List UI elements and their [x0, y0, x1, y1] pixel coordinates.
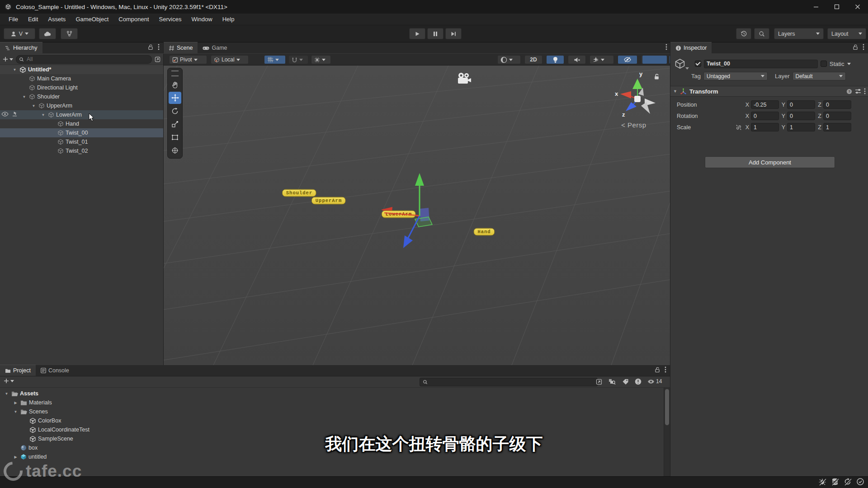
bone-label-hand[interactable]: Hand: [473, 228, 495, 236]
scale-tool[interactable]: [169, 118, 181, 130]
kebab-menu-icon[interactable]: [665, 44, 667, 50]
search-everywhere-button[interactable]: [754, 28, 769, 39]
hierarchy-search-input[interactable]: [26, 56, 149, 63]
hierarchy-item-lowerarm[interactable]: ▼LowerArm: [0, 110, 163, 119]
cache-status-icon[interactable]: [831, 478, 839, 486]
close-icon[interactable]: [847, 0, 868, 14]
hierarchy-item-shoulder[interactable]: ▼Shoulder: [0, 92, 163, 101]
search-by-label-icon[interactable]: [622, 379, 629, 385]
gizmos-dropdown[interactable]: [642, 55, 667, 64]
axis-letter[interactable]: Y: [779, 124, 785, 131]
presets-icon[interactable]: [855, 89, 861, 94]
axis-letter[interactable]: X: [743, 124, 749, 131]
axis-letter[interactable]: Y: [779, 102, 785, 108]
active-checkbox[interactable]: [695, 61, 701, 67]
unlock-icon[interactable]: [655, 367, 660, 373]
maximize-icon[interactable]: [826, 0, 847, 14]
hierarchy-search-box[interactable]: [16, 55, 152, 64]
project-item-scenes[interactable]: ▼Scenes: [0, 407, 660, 416]
transform-rotation-y-field[interactable]: [787, 112, 815, 120]
hierarchy-item-twist-00[interactable]: Twist_00: [0, 128, 163, 137]
transform-rotation-z-field[interactable]: [823, 112, 851, 120]
scene-viewport[interactable]: [164, 66, 670, 365]
help-icon[interactable]: ?: [846, 89, 852, 94]
rotate-tool[interactable]: [169, 105, 181, 117]
gameobject-name-field[interactable]: [704, 60, 818, 68]
pick-window-icon[interactable]: [155, 56, 160, 62]
scene-audio-toggle[interactable]: [568, 55, 586, 64]
pause-button[interactable]: [427, 28, 443, 39]
kebab-menu-icon[interactable]: [864, 88, 866, 94]
hierarchy-create-button[interactable]: [3, 56, 13, 62]
bone-label-shoulder[interactable]: Shoulder: [282, 189, 316, 197]
tab-scene[interactable]: Scene: [164, 42, 198, 53]
progress-status-icon[interactable]: [856, 478, 864, 486]
kebab-menu-icon[interactable]: [665, 366, 666, 373]
minimize-icon[interactable]: [806, 0, 826, 14]
add-component-button[interactable]: Add Component: [705, 156, 835, 168]
foldout-arrow-icon[interactable]: ▼: [13, 410, 19, 414]
draw-mode-dropdown[interactable]: [497, 55, 521, 64]
scene-camera-gizmo-icon[interactable]: [456, 72, 472, 85]
menu-file[interactable]: File: [4, 14, 23, 24]
menu-window[interactable]: Window: [186, 14, 217, 24]
project-create-button[interactable]: [4, 378, 14, 384]
axis-letter[interactable]: Z: [815, 124, 821, 131]
axis-letter[interactable]: X: [743, 102, 749, 108]
transform-gizmo[interactable]: [164, 66, 670, 365]
axis-letter[interactable]: Z: [815, 113, 821, 119]
menu-edit[interactable]: Edit: [23, 14, 43, 24]
hierarchy-item-twist-01[interactable]: Twist_01: [0, 137, 163, 146]
project-scrollbar-thumb[interactable]: [665, 389, 669, 425]
kebab-menu-icon[interactable]: [863, 44, 864, 50]
tab-game[interactable]: Game: [198, 42, 232, 53]
axis-letter[interactable]: X: [743, 113, 749, 119]
toggle-2d-button[interactable]: 2D: [524, 55, 542, 64]
chevron-down-icon[interactable]: [847, 63, 851, 65]
transform-scale-x-field[interactable]: [751, 123, 779, 131]
snap-dropdown[interactable]: [288, 55, 308, 64]
axis-letter[interactable]: Z: [815, 102, 821, 108]
pickability-icon[interactable]: [12, 111, 18, 117]
foldout-arrow-icon[interactable]: ▼: [40, 113, 46, 117]
gizmo-lock-icon[interactable]: [654, 74, 660, 80]
bone-label-lowerarm[interactable]: LowerArm: [382, 211, 416, 218]
transform-scale-z-field[interactable]: [823, 123, 851, 131]
undo-history-button[interactable]: [736, 28, 751, 39]
grid-visibility-dropdown[interactable]: Y: [264, 55, 286, 64]
menu-help[interactable]: Help: [217, 14, 240, 24]
refresh-status-icon[interactable]: [844, 478, 852, 486]
tab-console[interactable]: Console: [36, 365, 74, 376]
pivot-dropdown[interactable]: Pivot: [169, 55, 207, 64]
foldout-arrow-icon[interactable]: ▼: [4, 392, 9, 396]
hierarchy-item-twist-02[interactable]: Twist_02: [0, 146, 163, 155]
account-button[interactable]: V: [4, 28, 35, 39]
foldout-arrow-icon[interactable]: ▶: [13, 455, 19, 459]
search-by-type-icon[interactable]: [609, 378, 616, 385]
step-button[interactable]: [445, 28, 462, 39]
tab-inspector[interactable]: Inspector: [670, 42, 712, 53]
foldout-arrow-icon[interactable]: ▼: [673, 89, 677, 94]
rect-tool[interactable]: [169, 131, 181, 143]
persp-label[interactable]: < Persp: [621, 121, 646, 129]
transform-component-header[interactable]: ▼ Transform ?: [670, 86, 868, 97]
hierarchy-item-hand[interactable]: Hand: [0, 119, 163, 128]
project-item-assets[interactable]: ▼Assets: [0, 389, 660, 398]
project-search-input[interactable]: [429, 379, 594, 386]
view-hand-tool[interactable]: [169, 79, 181, 91]
foldout-arrow-icon[interactable]: ▶: [13, 401, 19, 405]
hidden-objects-toggle[interactable]: [618, 55, 637, 64]
tab-project[interactable]: Project: [0, 365, 36, 376]
hierarchy-item-main-camera[interactable]: Main Camera: [0, 74, 163, 83]
bone-label-upperarm[interactable]: UpperArm: [311, 197, 346, 205]
project-item-materials[interactable]: ▶Materials: [0, 398, 660, 407]
tab-hierarchy[interactable]: Hierarchy: [0, 42, 42, 53]
scale-link-icon[interactable]: [735, 124, 743, 131]
static-checkbox[interactable]: [821, 61, 827, 67]
transform-rotation-x-field[interactable]: [751, 112, 779, 120]
debugger-status-icon[interactable]: [818, 478, 826, 486]
scene-lighting-toggle[interactable]: [546, 55, 564, 64]
menu-gameobject[interactable]: GameObject: [71, 14, 113, 24]
menu-assets[interactable]: Assets: [43, 14, 71, 24]
visibility-count[interactable]: 14: [647, 378, 662, 385]
